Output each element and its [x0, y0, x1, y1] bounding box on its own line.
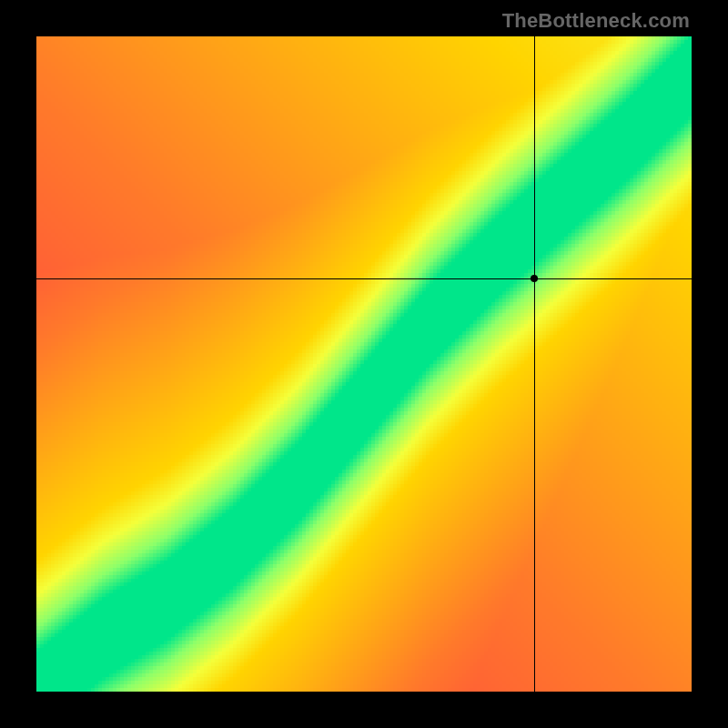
chart-frame: TheBottleneck.com: [0, 0, 728, 728]
heatmap-canvas: [36, 36, 692, 692]
crosshair-vertical: [534, 36, 535, 692]
crosshair-dot: [531, 275, 538, 282]
crosshair-horizontal: [36, 278, 692, 279]
watermark-text: TheBottleneck.com: [502, 9, 690, 33]
